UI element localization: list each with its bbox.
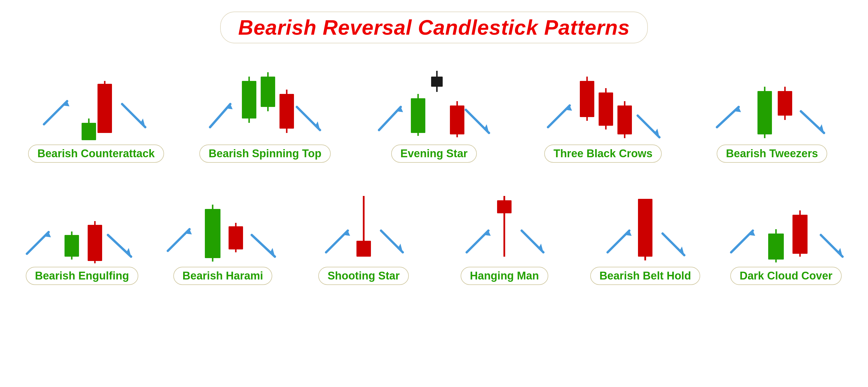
candle-area-bearish-engulfing	[21, 171, 143, 264]
label-oval-counterattack: Bearish Counterattack	[28, 144, 164, 163]
pattern-bearish-harami: Bearish Harami	[153, 171, 293, 285]
candle-svg-shooting-star	[303, 171, 425, 264]
svg-rect-106	[793, 215, 808, 254]
svg-rect-77	[228, 226, 243, 249]
label-oval-three-black-crows: Three Black Crows	[544, 144, 662, 163]
label-oval-spinning-top: Bearish Spinning Top	[199, 144, 331, 163]
candle-svg-bearish-harami	[162, 171, 283, 264]
label-bearish-belt-hold: Bearish Belt Hold	[599, 270, 691, 282]
svg-rect-41	[580, 81, 594, 117]
candle-svg-dark-cloud-cover	[725, 171, 847, 264]
svg-rect-6	[82, 123, 96, 140]
candle-area-counterattack	[35, 49, 157, 142]
candle-area-bearish-belt-hold	[585, 171, 706, 264]
svg-rect-64	[64, 235, 79, 257]
candle-svg-three-black-crows	[542, 49, 664, 142]
svg-rect-31	[431, 77, 443, 87]
svg-rect-21	[279, 94, 294, 129]
label-oval-bearish-belt-hold: Bearish Belt Hold	[590, 267, 701, 285]
pattern-bearish-tweezers: Bearish Tweezers	[697, 49, 847, 163]
candle-area-shooting-star	[303, 171, 425, 264]
candle-svg-evening-star	[373, 49, 495, 142]
pattern-three-black-crows: Three Black Crows	[528, 49, 678, 163]
pattern-bearish-spinning-top: Bearish Spinning Top	[190, 49, 340, 163]
label-oval-hanging-man: Hanging Man	[461, 267, 548, 285]
svg-rect-54	[757, 91, 772, 134]
pattern-shooting-star: Shooting Star	[293, 171, 434, 285]
svg-rect-44	[599, 93, 613, 126]
pattern-bearish-belt-hold: Bearish Belt Hold	[575, 171, 716, 285]
pattern-evening-star: Evening Star	[359, 49, 509, 163]
label-three-black-crows: Three Black Crows	[554, 147, 652, 160]
svg-rect-74	[205, 209, 220, 258]
svg-rect-15	[242, 81, 256, 118]
pattern-bearish-counterattack: Bearish Counterattack	[21, 49, 171, 163]
candle-area-dark-cloud-cover	[725, 171, 847, 264]
candle-area-evening-star	[373, 49, 495, 142]
label-bearish-harami: Bearish Harami	[183, 270, 263, 282]
candle-svg-bearish-engulfing	[21, 171, 143, 264]
candle-svg-counterattack	[35, 49, 157, 142]
label-spinning-top: Bearish Spinning Top	[209, 147, 321, 160]
svg-rect-67	[88, 225, 102, 261]
pattern-hanging-man: Hanging Man	[434, 171, 575, 285]
label-hanging-man: Hanging Man	[470, 270, 539, 282]
label-oval-dark-cloud-cover: Dark Cloud Cover	[730, 267, 842, 285]
label-bearish-engulfing: Bearish Engulfing	[35, 270, 129, 282]
label-oval-shooting-star: Shooting Star	[318, 267, 409, 285]
title-container: Bearish Reversal Candlestick Patterns	[0, 0, 868, 43]
svg-rect-28	[411, 98, 425, 133]
candle-area-hanging-man	[443, 171, 565, 264]
svg-rect-8	[97, 84, 112, 133]
svg-rect-34	[450, 105, 464, 134]
title-oval: Bearish Reversal Candlestick Patterns	[220, 11, 648, 43]
candle-area-three-black-crows	[542, 49, 664, 142]
svg-rect-57	[778, 91, 792, 116]
label-bearish-tweezers: Bearish Tweezers	[726, 147, 818, 160]
candle-svg-spinning-top	[204, 49, 326, 142]
svg-rect-95	[638, 199, 652, 257]
label-dark-cloud-cover: Dark Cloud Cover	[740, 270, 832, 282]
label-oval-bearish-harami: Bearish Harami	[173, 267, 273, 285]
label-oval-bearish-engulfing: Bearish Engulfing	[26, 267, 138, 285]
page-title: Bearish Reversal Candlestick Patterns	[238, 16, 630, 39]
svg-rect-89	[497, 200, 512, 213]
page: Bearish Reversal Candlestick Patterns	[0, 0, 868, 387]
svg-rect-18	[261, 77, 275, 107]
label-shooting-star: Shooting Star	[328, 270, 400, 282]
candle-area-bearish-tweezers	[711, 49, 833, 142]
svg-rect-103	[768, 234, 784, 259]
pattern-dark-cloud-cover: Dark Cloud Cover	[715, 171, 857, 285]
pattern-row-2: Bearish Engulfing	[0, 171, 868, 285]
pattern-bearish-engulfing: Bearish Engulfing	[11, 171, 153, 285]
candle-area-bearish-harami	[162, 171, 283, 264]
svg-rect-47	[617, 105, 632, 134]
svg-rect-83	[356, 241, 371, 257]
label-counterattack: Bearish Counterattack	[37, 147, 155, 160]
label-evening-star: Evening Star	[400, 147, 468, 160]
pattern-row-1: Bearish Counterattack	[0, 49, 868, 163]
candle-svg-hanging-man	[443, 171, 565, 264]
candle-svg-bearish-tweezers	[711, 49, 833, 142]
label-oval-evening-star: Evening Star	[391, 144, 477, 163]
patterns-grid: Bearish Counterattack	[0, 49, 868, 294]
svg-line-48	[717, 107, 739, 127]
candle-svg-bearish-belt-hold	[585, 171, 706, 264]
candle-area-spinning-top	[204, 49, 326, 142]
label-oval-bearish-tweezers: Bearish Tweezers	[717, 144, 827, 163]
